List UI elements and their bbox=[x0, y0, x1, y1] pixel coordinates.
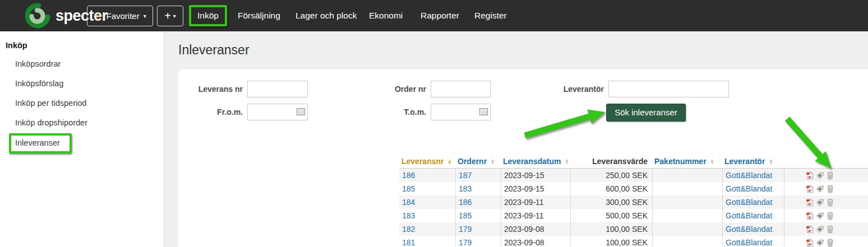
leveransdatum-cell: 2023-09-15 bbox=[501, 169, 570, 182]
leveransnr-link[interactable]: 182 bbox=[402, 225, 415, 234]
trash-icon[interactable] bbox=[826, 212, 834, 220]
column-header-leverantor[interactable]: Leverantör ▲▼ bbox=[722, 155, 784, 168]
leveransnr-link[interactable]: 184 bbox=[402, 198, 415, 207]
ordernr-link[interactable]: 179 bbox=[459, 238, 472, 247]
sidebar-item-inkop-per-tidsperiod[interactable]: Inköp per tidsperiod bbox=[15, 99, 86, 108]
star-icon: ☆ bbox=[94, 11, 102, 21]
caret-down-icon: ▾ bbox=[173, 13, 176, 19]
ordernr-link[interactable]: 187 bbox=[459, 171, 472, 180]
leverantor-link[interactable]: Gott&Blandat bbox=[726, 198, 772, 207]
paketnummer-cell bbox=[652, 222, 722, 236]
tag-icon[interactable] bbox=[816, 239, 824, 247]
trash-icon[interactable] bbox=[826, 185, 834, 193]
tag-icon[interactable] bbox=[816, 225, 824, 234]
leverans-nr-input[interactable] bbox=[247, 81, 308, 97]
ordernr-link[interactable]: 179 bbox=[459, 225, 472, 234]
leveransnr-link[interactable]: 181 bbox=[402, 238, 415, 247]
leveransvarde-cell: 500,00 SEK bbox=[570, 209, 652, 222]
table-row: 183 185 2023-09-11 500,00 SEK Gott&Bland… bbox=[399, 209, 868, 222]
pdf-icon[interactable] bbox=[806, 171, 814, 180]
favorites-button-label: Favoriter bbox=[107, 11, 140, 21]
leverantor-label: Leverantör bbox=[542, 81, 604, 97]
paketnummer-cell bbox=[652, 236, 722, 247]
row-actions bbox=[784, 195, 868, 209]
ordernr-link[interactable]: 185 bbox=[459, 211, 472, 220]
leveransdatum-cell: 2023-09-08 bbox=[501, 236, 570, 247]
sidebar-item-inkopsforslag[interactable]: Inköpsförslag bbox=[15, 79, 63, 88]
column-header-paketnummer[interactable]: Paketnummer ▲▼ bbox=[652, 155, 722, 168]
trash-icon[interactable] bbox=[826, 239, 834, 247]
leveransnr-link[interactable]: 186 bbox=[402, 171, 415, 180]
inleveranser-table: Leveransnr ▲▼ Ordernr ▲▼ Leveransdatum ▲… bbox=[399, 155, 868, 247]
column-header-leveransdatum[interactable]: Leveransdatum ▲▼ bbox=[501, 155, 570, 168]
trash-icon[interactable] bbox=[826, 225, 834, 234]
add-button[interactable]: + ▾ bbox=[157, 6, 183, 26]
paketnummer-cell bbox=[652, 209, 722, 222]
sidebar-item-inkop-dropshiporder[interactable]: Inköp dropshiporder bbox=[15, 118, 87, 127]
leverantor-link[interactable]: Gott&Blandat bbox=[726, 238, 772, 247]
sidebar-item-inkopsordrar[interactable]: Inköpsordrar bbox=[15, 59, 61, 68]
leverantor-link[interactable]: Gott&Blandat bbox=[726, 225, 772, 234]
sidebar: Inköp Inköpsordrar Inköpsförslag Inköp p… bbox=[0, 31, 164, 247]
tag-icon[interactable] bbox=[816, 212, 824, 220]
plus-icon: + bbox=[164, 10, 171, 22]
topbar: specter ☆ Favoriter ▾ + ▾ Inköp Försäljn… bbox=[0, 0, 868, 31]
pdf-icon[interactable] bbox=[806, 239, 814, 247]
nav-item-register[interactable]: Register bbox=[474, 0, 507, 31]
row-actions bbox=[784, 182, 868, 195]
leveransvarde-cell: 250,00 SEK bbox=[570, 169, 652, 182]
from-label: Fr.o.m. bbox=[178, 104, 243, 120]
leveransvarde-cell: 100,00 SEK bbox=[570, 236, 652, 247]
column-header-ordernr[interactable]: Ordernr ▲▼ bbox=[455, 155, 501, 168]
nav-item-inkop[interactable]: Inköp bbox=[197, 0, 219, 31]
leveransnr-link[interactable]: 185 bbox=[402, 184, 415, 193]
table-row: 185 183 2023-09-15 600,00 SEK Gott&Bland… bbox=[399, 182, 868, 195]
favorites-button[interactable]: ☆ Favoriter ▾ bbox=[87, 6, 153, 26]
leverantor-link[interactable]: Gott&Blandat bbox=[726, 171, 772, 180]
sidebar-item-inleveranser[interactable]: Inleveranser bbox=[15, 138, 60, 147]
leverantor-input[interactable] bbox=[608, 81, 729, 97]
table-row: 181 179 2023-09-08 100,00 SEK Gott&Bland… bbox=[399, 236, 868, 247]
leveransnr-link[interactable]: 183 bbox=[402, 211, 415, 220]
pdf-icon[interactable] bbox=[806, 198, 814, 207]
sort-icon: ▲▼ bbox=[565, 159, 569, 164]
nav-item-ekonomi[interactable]: Ekonomi bbox=[369, 0, 403, 31]
paketnummer-cell bbox=[652, 195, 722, 209]
search-button[interactable]: Sök inleveranser bbox=[606, 104, 686, 122]
ordernr-link[interactable]: 186 bbox=[459, 198, 472, 207]
calendar-icon[interactable] bbox=[297, 108, 305, 115]
tag-icon[interactable] bbox=[816, 171, 824, 180]
row-actions bbox=[784, 209, 868, 222]
table-row: 186 187 2023-09-15 250,00 SEK Gott&Bland… bbox=[399, 169, 868, 182]
calendar-icon[interactable] bbox=[479, 108, 488, 115]
order-nr-input[interactable] bbox=[431, 81, 491, 97]
leveransdatum-cell: 2023-09-15 bbox=[501, 182, 570, 195]
trash-icon[interactable] bbox=[826, 198, 834, 207]
nav-item-rapporter[interactable]: Rapporter bbox=[421, 0, 459, 31]
tag-icon[interactable] bbox=[816, 198, 824, 207]
leveransvarde-cell: 100,00 SEK bbox=[570, 222, 652, 236]
column-header-leveransnr[interactable]: Leveransnr ▲▼ bbox=[399, 155, 455, 168]
leveransdatum-cell: 2023-09-11 bbox=[501, 209, 570, 222]
pdf-icon[interactable] bbox=[806, 212, 814, 220]
trash-icon[interactable] bbox=[826, 171, 834, 180]
leverantor-link[interactable]: Gott&Blandat bbox=[726, 211, 772, 220]
sort-icon: ▲▼ bbox=[710, 159, 714, 164]
table-header: Leveransnr ▲▼ Ordernr ▲▼ Leveransdatum ▲… bbox=[399, 155, 868, 169]
sort-icon: ▲▼ bbox=[447, 159, 451, 164]
pdf-icon[interactable] bbox=[806, 185, 814, 193]
sort-icon: ▲▼ bbox=[769, 159, 773, 164]
nav-item-lager-och-plock[interactable]: Lager och plock bbox=[296, 0, 357, 31]
tag-icon[interactable] bbox=[816, 185, 824, 193]
table-row: 184 186 2023-09-11 300,00 SEK Gott&Bland… bbox=[399, 195, 868, 209]
row-actions bbox=[784, 169, 868, 182]
tom-label: T.o.m. bbox=[364, 104, 426, 120]
nav-item-forsaljning[interactable]: Försäljning bbox=[238, 0, 280, 31]
ordernr-link[interactable]: 183 bbox=[459, 184, 472, 193]
table-row: 182 179 2023-09-08 100,00 SEK Gott&Bland… bbox=[399, 222, 868, 236]
leverantor-link[interactable]: Gott&Blandat bbox=[726, 184, 772, 193]
pdf-icon[interactable] bbox=[806, 225, 814, 234]
sort-icon: ▲▼ bbox=[491, 159, 495, 164]
leverans-nr-label: Leverans nr bbox=[178, 81, 243, 97]
row-actions bbox=[784, 236, 868, 247]
